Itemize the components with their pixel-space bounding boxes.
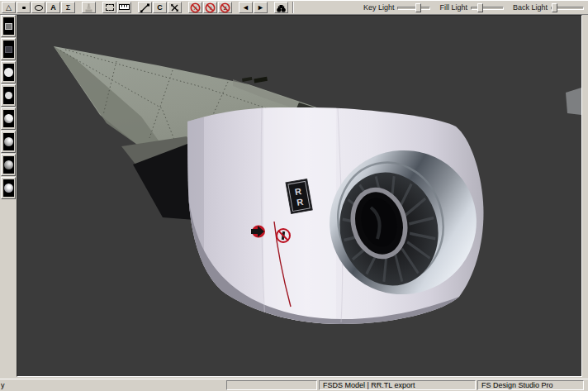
sigma-tool-button[interactable]: Σ — [61, 2, 75, 13]
line-tool-button[interactable] — [138, 2, 152, 13]
status-model-info: FSDS Model | RR.TL export — [319, 380, 476, 390]
box-solid-icon — [5, 46, 12, 53]
no-step-decal — [277, 229, 290, 242]
status-panel-empty — [226, 380, 317, 390]
status-bar: y FSDS Model | RR.TL export FS Design St… — [0, 379, 588, 391]
viewport-3d-scene[interactable]: R R — [17, 16, 581, 376]
find-button[interactable] — [274, 2, 288, 13]
no-x-axis-icon: X — [190, 2, 201, 13]
arrow-left-icon: ◄ — [242, 4, 249, 12]
line-tool-icon — [140, 2, 150, 13]
render-mode-smooth-button[interactable] — [1, 177, 16, 199]
fill-light-group: Fill Light — [439, 3, 504, 12]
back-light-slider[interactable] — [551, 3, 584, 12]
triangle-icon: △ — [6, 4, 12, 12]
render-mode-textured-button[interactable] — [1, 154, 16, 176]
render-mode-halfshade-button[interactable] — [1, 107, 16, 130]
scale-tool-button[interactable] — [168, 2, 182, 13]
key-light-label: Key Light — [363, 3, 395, 12]
status-app-name: FS Design Studio Pro — [477, 380, 584, 390]
app-window: △ A Σ — [0, 0, 588, 391]
back-light-thumb[interactable] — [552, 3, 557, 12]
no-z-axis-icon: Z — [220, 2, 230, 13]
polygon-tool-button[interactable]: △ — [2, 2, 16, 13]
lock-x-axis-button[interactable]: X — [188, 2, 202, 13]
no-y-axis-icon: Y — [205, 2, 216, 13]
lock-y-axis-button[interactable]: Y — [203, 2, 217, 13]
toolbar-separator — [292, 2, 294, 13]
ellipse-icon — [35, 5, 43, 11]
key-light-group: Key Light — [363, 3, 431, 12]
text-tool-icon: A — [50, 4, 56, 12]
marquee-icon — [106, 4, 114, 11]
sphere-smooth-icon — [4, 184, 13, 193]
fill-light-thumb[interactable] — [477, 3, 483, 12]
fill-light-track[interactable] — [471, 7, 504, 10]
sphere-shaded-icon — [4, 137, 13, 146]
stamp-disabled-icon — [83, 2, 94, 13]
ellipse-tool-button[interactable] — [31, 2, 45, 13]
engine-nacelle-model[interactable]: R R — [187, 103, 492, 330]
lock-z-axis-button[interactable]: Z — [218, 2, 232, 13]
status-left-text: y — [1, 381, 5, 389]
sphere-small-icon — [5, 92, 12, 99]
sphere-halfshade-icon — [4, 114, 13, 123]
measure-tool-button[interactable] — [117, 2, 131, 13]
render-mode-solid-button[interactable] — [1, 38, 16, 60]
binoculars-icon — [276, 2, 287, 13]
box-wireframe-icon — [5, 23, 12, 30]
key-light-track[interactable] — [397, 7, 430, 10]
marquee-select-button[interactable] — [102, 2, 116, 13]
render-mode-wireframe-button[interactable] — [1, 15, 16, 37]
sphere-textured-icon — [4, 160, 13, 169]
light-controls: Key Light Fill Light Back Light — [363, 3, 588, 12]
stamp-tool-button[interactable] — [82, 2, 96, 13]
scale-arrows-icon — [169, 2, 180, 13]
render-mode-gouraud-button[interactable] — [1, 131, 16, 153]
fill-light-slider[interactable] — [471, 3, 504, 12]
vertex-dot-icon — [22, 7, 26, 9]
back-light-group: Back Light — [513, 3, 584, 12]
main-toolbar: △ A Σ — [0, 0, 588, 15]
key-light-slider[interactable] — [397, 3, 430, 12]
render-mode-lambert-button[interactable] — [1, 84, 16, 107]
sphere-flat-icon — [4, 68, 13, 77]
text-tool-button[interactable]: A — [46, 2, 60, 13]
next-button[interactable]: ► — [254, 2, 268, 13]
ruler-icon — [119, 4, 130, 11]
back-light-label: Back Light — [513, 3, 548, 12]
key-light-thumb[interactable] — [415, 3, 421, 12]
viewport-panel: R R — [17, 15, 582, 377]
sigma-icon: Σ — [66, 4, 71, 12]
fill-light-label: Fill Light — [439, 3, 467, 12]
render-mode-toolbar — [0, 15, 17, 379]
rotate-tool-button[interactable]: C — [153, 2, 167, 13]
vertex-tool-button[interactable] — [17, 2, 31, 13]
rotate-icon: C — [157, 4, 163, 12]
prev-button[interactable]: ◄ — [239, 2, 253, 13]
render-mode-flat-button[interactable] — [1, 61, 16, 83]
arrow-right-icon: ► — [257, 4, 264, 12]
